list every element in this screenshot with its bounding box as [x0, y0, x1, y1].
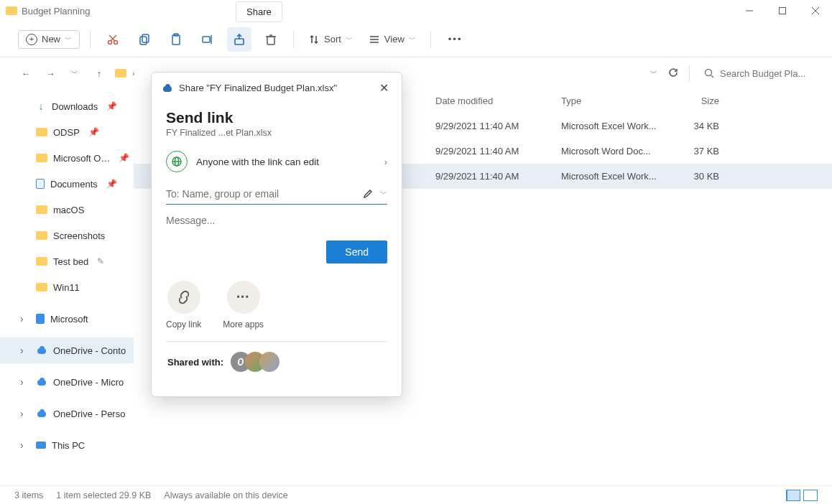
pin-icon: 📌: [119, 153, 129, 163]
sidebar-item[interactable]: OneDrive - Perso: [0, 401, 134, 426]
dialog-titlebar: Share "FY Finalized Budget Plan.xlsx" ✕: [152, 73, 402, 103]
copy-link-label: Copy link: [166, 319, 201, 330]
cloud-icon: [36, 378, 47, 386]
file-type-cell: Microsoft Word Doc...: [561, 146, 669, 157]
edit-icon[interactable]: [363, 189, 373, 199]
view-button[interactable]: View ﹀: [364, 34, 420, 45]
up-button[interactable]: ↑: [91, 68, 108, 79]
minimize-button[interactable]: [733, 0, 766, 22]
sort-button[interactable]: Sort ﹀: [304, 34, 357, 45]
separator: [689, 65, 690, 81]
sidebar-item[interactable]: Microsoft O…📌: [0, 145, 134, 171]
more-apps-label: More apps: [223, 319, 264, 330]
thumbnails-view-button[interactable]: [803, 490, 818, 501]
sidebar-item[interactable]: macOS: [0, 197, 134, 223]
search-input[interactable]: [720, 68, 806, 79]
sidebar-item[interactable]: OneDrive - Micro: [0, 369, 134, 395]
cloud-icon: [36, 346, 47, 355]
sidebar-item-label: Win11: [53, 282, 80, 293]
title-bar: Budget Planning: [0, 0, 832, 22]
globe-icon: [166, 151, 188, 172]
sidebar-item[interactable]: Test bed✎: [0, 248, 134, 274]
chevron-right-icon: ›: [384, 157, 387, 167]
copy-button[interactable]: [132, 27, 157, 52]
sidebar-item-label: Screenshots: [53, 230, 105, 241]
more-apps-icon: •••: [227, 281, 260, 314]
svg-rect-10: [172, 35, 180, 45]
column-type[interactable]: Type: [561, 95, 669, 106]
sidebar-item[interactable]: Documents📌: [0, 171, 134, 197]
sidebar-item-label: Test bed: [53, 256, 88, 267]
send-button[interactable]: Send: [326, 241, 387, 263]
chevron-down-icon: ﹀: [409, 34, 416, 45]
shared-with-row: Shared with:: [166, 342, 387, 385]
sidebar-item-label: Microsoft: [50, 314, 88, 325]
cut-button[interactable]: [101, 27, 125, 52]
chevron-down-icon[interactable]: ﹀: [380, 189, 387, 199]
plus-icon: +: [26, 34, 37, 45]
sidebar-item-label: ODSP: [53, 127, 80, 138]
copy-link-icon: [167, 281, 200, 314]
chevron-right-icon: ›: [132, 69, 135, 78]
pin-icon: 📌: [88, 127, 99, 137]
new-button[interactable]: + New ﹀: [18, 30, 80, 49]
chevron-down-icon: ﹀: [65, 34, 72, 45]
folder-icon: [6, 6, 17, 15]
paste-button[interactable]: [164, 27, 188, 52]
sidebar-item[interactable]: Microsoft: [0, 306, 134, 332]
history-dropdown[interactable]: ﹀: [66, 68, 83, 78]
download-icon: ↓: [36, 101, 46, 111]
file-size-cell: 30 KB: [669, 171, 741, 182]
status-selection: 1 item selected 29.9 KB: [56, 490, 151, 500]
dialog-close-button[interactable]: ✕: [376, 80, 392, 96]
more-button[interactable]: •••: [441, 34, 470, 45]
details-view-button[interactable]: [786, 490, 800, 501]
share-dialog: Share "FY Finalized Budget Plan.xlsx" ✕ …: [151, 72, 402, 397]
file-size-cell: 37 KB: [669, 146, 741, 157]
copy-link-action[interactable]: Copy link: [166, 281, 201, 330]
folder-icon: [36, 257, 47, 266]
view-label: View: [384, 34, 405, 45]
toolbar: + New ﹀ Sort ﹀ View ﹀ •••: [0, 22, 832, 57]
back-button[interactable]: ←: [17, 68, 34, 79]
person-avatar[interactable]: [259, 352, 279, 372]
recipients-input[interactable]: [166, 188, 356, 200]
recipients-row: ﹀: [166, 188, 387, 205]
file-size-cell: 34 KB: [669, 121, 741, 131]
rename-button[interactable]: [195, 27, 220, 52]
folder-icon: [36, 128, 47, 136]
onedrive-icon: [162, 84, 173, 93]
sidebar-item[interactable]: ODSP📌: [0, 119, 134, 145]
forward-button[interactable]: →: [42, 68, 59, 79]
refresh-button[interactable]: [667, 67, 679, 80]
sidebar-item[interactable]: ↓Downloads📌: [0, 93, 134, 119]
more-apps-action[interactable]: ••• More apps: [223, 281, 264, 330]
message-input[interactable]: [166, 215, 387, 226]
file-type-cell: Microsoft Excel Work...: [561, 171, 669, 182]
close-button[interactable]: [799, 0, 832, 22]
document-icon: [36, 179, 45, 189]
search-box[interactable]: [700, 68, 815, 79]
folder-icon: [36, 154, 47, 162]
status-bar: 3 items 1 item selected 29.9 KB Always a…: [0, 485, 832, 504]
column-date[interactable]: Date modified: [435, 95, 561, 106]
status-availability: Always available on this device: [164, 490, 287, 500]
sidebar-item[interactable]: Screenshots: [0, 223, 134, 248]
maximize-button[interactable]: [766, 0, 799, 22]
file-type-cell: Microsoft Excel Work...: [561, 121, 669, 131]
toolbar-separator: [293, 31, 294, 48]
dialog-heading: Send link: [166, 109, 387, 126]
sidebar-item[interactable]: Win11: [0, 274, 134, 300]
column-size[interactable]: Size: [669, 95, 741, 106]
sidebar-item[interactable]: This PC: [0, 432, 134, 458]
share-tab-tooltip: Share: [236, 1, 282, 22]
address-dropdown[interactable]: ﹀: [650, 68, 657, 78]
permission-row[interactable]: Anyone with the link can edit ›: [166, 151, 387, 172]
delete-button[interactable]: [259, 27, 283, 52]
cloud-icon: [36, 409, 47, 418]
sidebar-item[interactable]: OneDrive - Conto: [0, 337, 134, 363]
sort-icon: [308, 34, 320, 45]
folder-icon: [36, 283, 47, 291]
share-button[interactable]: [227, 27, 251, 52]
svg-rect-1: [780, 8, 786, 14]
